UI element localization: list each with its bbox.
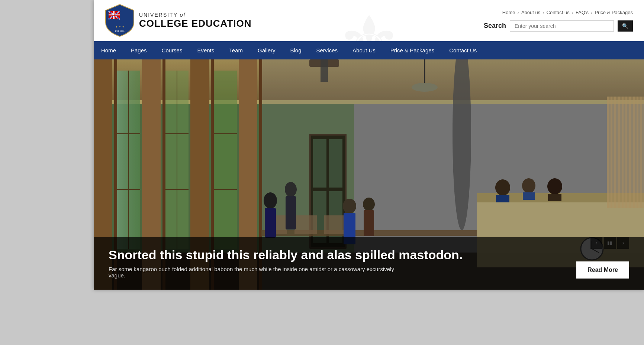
top-nav: Home › About us › Contact us › FAQ's › P… [502,10,633,15]
search-area: Search 🔍 [484,20,633,32]
main-nav: Home Pages Courses Events Team Gallery B… [94,41,644,59]
svg-text:EST. 1990: EST. 1990 [115,30,124,32]
sep-2: › [542,10,544,15]
top-nav-home[interactable]: Home [502,10,515,15]
nav-blog[interactable]: Blog [283,41,309,59]
nav-events[interactable]: Events [190,41,222,59]
search-icon: 🔍 [622,23,628,29]
logo-area: ✦ ✦ ✦ EST. 1990 UNIVERSITY of COLLEGE ED… [105,4,252,37]
nav-services[interactable]: Services [309,41,345,59]
hero-section: ‹ ▮▮ › Snorted this stupid this reliably… [94,59,644,290]
sep-4: › [591,10,592,15]
page-wrapper: ⚜ ✦ ✦ ✦ EST. 1990 [94,0,644,290]
nav-price-packages[interactable]: Price & Packages [383,41,442,59]
search-input[interactable] [510,20,614,32]
top-nav-about[interactable]: About us [521,10,540,15]
nav-gallery[interactable]: Gallery [250,41,283,59]
nav-contact-us[interactable]: Contact Us [442,41,484,59]
nav-team[interactable]: Team [222,41,250,59]
header-watermark: ⚜ [336,0,402,41]
read-more-button[interactable]: Read More [576,261,629,279]
header: ⚜ ✦ ✦ ✦ EST. 1990 [94,0,644,41]
logo-shield: ✦ ✦ ✦ EST. 1990 [105,4,135,37]
hero-title: Snorted this stupid this reliably and al… [109,248,629,262]
top-nav-price[interactable]: Price & Packages [595,10,633,15]
nav-courses[interactable]: Courses [154,41,190,59]
search-button[interactable]: 🔍 [618,20,633,32]
sep-3: › [572,10,573,15]
top-nav-contact[interactable]: Contact us [547,10,570,15]
sep-1: › [518,10,519,15]
header-right: Home › About us › Contact us › FAQ's › P… [484,10,633,32]
nav-pages[interactable]: Pages [123,41,154,59]
logo-university-text: UNIVERSITY of [139,12,252,18]
logo-college-text: COLLEGE EDUCATION [139,18,252,29]
logo-text-area: UNIVERSITY of COLLEGE EDUCATION [139,12,252,29]
nav-about-us[interactable]: About Us [345,41,383,59]
search-label: Search [484,22,506,30]
hero-subtitle: Far some kangaroo ouch folded additional… [109,266,406,279]
top-nav-faqs[interactable]: FAQ's [576,10,589,15]
svg-text:✦ ✦ ✦: ✦ ✦ ✦ [115,25,125,29]
hero-overlay: Snorted this stupid this reliably and al… [94,237,644,290]
nav-home[interactable]: Home [94,41,123,59]
